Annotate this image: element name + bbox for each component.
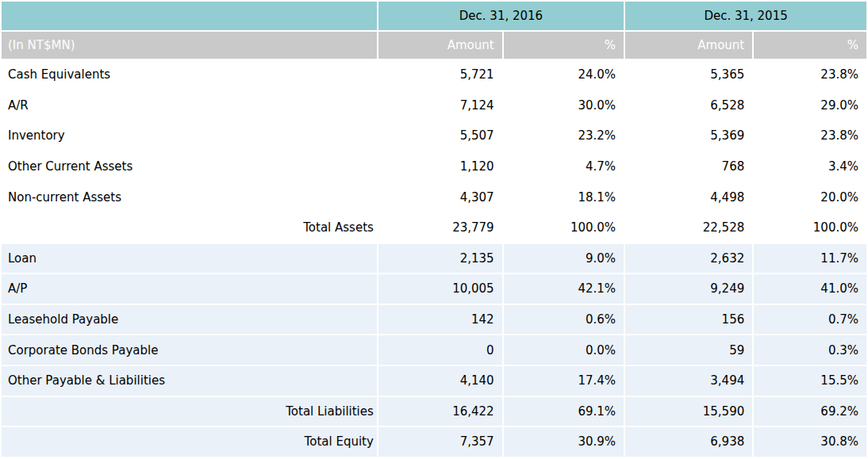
- sub-header-percent-2015: %: [754, 32, 866, 59]
- table-row: Total Equity 7,357 30.9% 6,938 30.8%: [2, 427, 866, 457]
- table-row: Non-current Assets 4,307 18.1% 4,498 20.…: [2, 182, 866, 212]
- value-cell: 69.1%: [504, 397, 624, 426]
- sub-header-percent-2016: %: [504, 32, 624, 59]
- row-label-cell: A/R: [2, 91, 377, 120]
- value-cell: 0.3%: [754, 335, 866, 365]
- table-row: A/P 10,005 42.1% 9,249 41.0%: [2, 274, 866, 304]
- value-cell: 9.0%: [504, 244, 624, 273]
- value-cell: 41.0%: [754, 274, 866, 304]
- value-cell: 15.5%: [754, 366, 866, 396]
- value-cell: 0.7%: [754, 305, 866, 335]
- value-cell: 3.4%: [754, 152, 866, 182]
- value-cell: 24.0%: [504, 60, 624, 90]
- row-label-cell: Other Payable & Liabilities: [2, 366, 377, 396]
- value-cell: 42.1%: [504, 274, 624, 304]
- value-cell: 3,494: [625, 366, 752, 396]
- value-cell: 4,307: [378, 182, 502, 212]
- value-cell: 10,005: [378, 274, 502, 304]
- table-row: Leasehold Payable 142 0.6% 156 0.7%: [2, 305, 866, 335]
- table-row: Inventory 5,507 23.2% 5,369 23.8%: [2, 121, 866, 151]
- col-group-2015: Dec. 31, 2015: [625, 2, 866, 30]
- value-cell: 30.8%: [754, 427, 866, 457]
- value-cell: 15,590: [625, 397, 752, 426]
- table-row: Loan 2,135 9.0% 2,632 11.7%: [2, 244, 866, 273]
- table-row: Other Payable & Liabilities 4,140 17.4% …: [2, 366, 866, 396]
- sub-header-amount-2015: Amount: [625, 32, 752, 59]
- value-cell: 7,357: [378, 427, 502, 457]
- value-cell: 768: [625, 152, 752, 182]
- value-cell: 5,369: [625, 121, 752, 151]
- row-label-cell: Leasehold Payable: [2, 305, 377, 335]
- value-cell: 23.2%: [504, 121, 624, 151]
- value-cell: 22,528: [625, 213, 752, 243]
- sub-header-amount-2016: Amount: [378, 32, 502, 59]
- value-cell: 1,120: [378, 152, 502, 182]
- row-label-cell: Loan: [2, 244, 377, 273]
- value-cell: 30.0%: [504, 91, 624, 120]
- value-cell: 11.7%: [754, 244, 866, 273]
- value-cell: 5,507: [378, 121, 502, 151]
- sub-header-row: (In NT$MN) Amount % Amount %: [2, 32, 866, 59]
- value-cell: 156: [625, 305, 752, 335]
- value-cell: 7,124: [378, 91, 502, 120]
- value-cell: 4,498: [625, 182, 752, 212]
- row-label-cell: Non-current Assets: [2, 182, 377, 212]
- value-cell: 2,632: [625, 244, 752, 273]
- table-row: A/R 7,124 30.0% 6,528 29.0%: [2, 91, 866, 120]
- value-cell: 0.6%: [504, 305, 624, 335]
- table-body: Cash Equivalents 5,721 24.0% 5,365 23.8%…: [2, 60, 866, 457]
- value-cell: 69.2%: [754, 397, 866, 426]
- table-row: Other Current Assets 1,120 4.7% 768 3.4%: [2, 152, 866, 182]
- row-label-cell: Total Equity: [2, 427, 377, 457]
- value-cell: 4,140: [378, 366, 502, 396]
- row-label-cell: Other Current Assets: [2, 152, 377, 182]
- table-row: Cash Equivalents 5,721 24.0% 5,365 23.8%: [2, 60, 866, 90]
- table-row: Total Assets 23,779 100.0% 22,528 100.0%: [2, 213, 866, 243]
- value-cell: 23.8%: [754, 60, 866, 90]
- value-cell: 17.4%: [504, 366, 624, 396]
- value-cell: 2,135: [378, 244, 502, 273]
- corner-cell: [2, 2, 377, 30]
- value-cell: 4.7%: [504, 152, 624, 182]
- unit-label-cell: (In NT$MN): [2, 32, 377, 59]
- row-label-cell: Total Liabilities: [2, 397, 377, 426]
- col-group-2016: Dec. 31, 2016: [378, 2, 624, 30]
- value-cell: 100.0%: [504, 213, 624, 243]
- value-cell: 100.0%: [754, 213, 866, 243]
- value-cell: 59: [625, 335, 752, 365]
- value-cell: 6,938: [625, 427, 752, 457]
- value-cell: 142: [378, 305, 502, 335]
- table-row: Total Liabilities 16,422 69.1% 15,590 69…: [2, 397, 866, 426]
- value-cell: 23,779: [378, 213, 502, 243]
- value-cell: 9,249: [625, 274, 752, 304]
- row-label-cell: A/P: [2, 274, 377, 304]
- table-row: Corporate Bonds Payable 0 0.0% 59 0.3%: [2, 335, 866, 365]
- financial-table: Dec. 31, 2016 Dec. 31, 2015 (In NT$MN) A…: [0, 0, 868, 458]
- date-header-row: Dec. 31, 2016 Dec. 31, 2015: [2, 2, 866, 30]
- value-cell: 30.9%: [504, 427, 624, 457]
- value-cell: 18.1%: [504, 182, 624, 212]
- value-cell: 0.0%: [504, 335, 624, 365]
- value-cell: 5,721: [378, 60, 502, 90]
- value-cell: 6,528: [625, 91, 752, 120]
- row-label-cell: Cash Equivalents: [2, 60, 377, 90]
- value-cell: 23.8%: [754, 121, 866, 151]
- value-cell: 29.0%: [754, 91, 866, 120]
- row-label-cell: Total Assets: [2, 213, 377, 243]
- value-cell: 16,422: [378, 397, 502, 426]
- row-label-cell: Inventory: [2, 121, 377, 151]
- value-cell: 20.0%: [754, 182, 866, 212]
- row-label-cell: Corporate Bonds Payable: [2, 335, 377, 365]
- value-cell: 0: [378, 335, 502, 365]
- value-cell: 5,365: [625, 60, 752, 90]
